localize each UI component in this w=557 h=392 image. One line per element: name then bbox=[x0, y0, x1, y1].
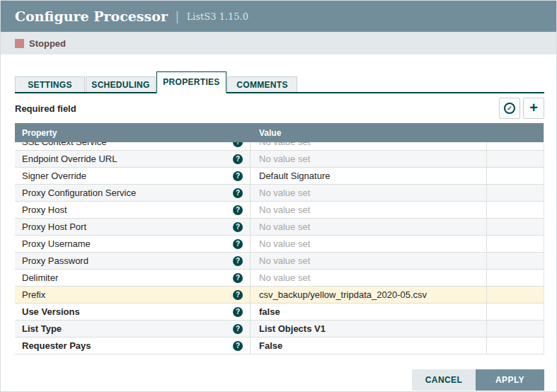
row-actions-area bbox=[487, 321, 544, 337]
help-icon[interactable]: ? bbox=[233, 307, 243, 317]
help-icon[interactable]: ? bbox=[233, 324, 243, 334]
property-row: Proxy Host ? No value set bbox=[15, 202, 544, 219]
property-name: Signer Override bbox=[22, 171, 86, 181]
help-icon[interactable]: ? bbox=[233, 273, 243, 283]
property-cell: List Type ? bbox=[15, 321, 250, 337]
value-cell[interactable]: No value set bbox=[250, 142, 487, 150]
row-actions-area bbox=[487, 219, 544, 235]
row-actions-area bbox=[487, 253, 544, 269]
value-cell[interactable]: No value set bbox=[250, 219, 487, 235]
property-cell: Prefix ? bbox=[15, 287, 250, 303]
property-row: Proxy Password ? No value set bbox=[15, 253, 544, 270]
help-icon[interactable]: ? bbox=[233, 188, 243, 198]
property-cell: SSL Context Service ? bbox=[15, 142, 250, 150]
row-actions-area bbox=[487, 287, 544, 303]
tab-label: SCHEDULING bbox=[91, 80, 149, 90]
property-row: Proxy Username ? No value set bbox=[15, 236, 544, 253]
toolbar-buttons: ✓ + bbox=[499, 98, 544, 119]
property-value: List Objects V1 bbox=[259, 323, 326, 334]
value-cell[interactable]: No value set bbox=[250, 151, 487, 167]
column-header-value: Value bbox=[250, 128, 487, 138]
column-header-property: Property bbox=[15, 128, 250, 138]
property-value: Default Signature bbox=[259, 171, 330, 181]
row-actions-area bbox=[487, 185, 544, 201]
property-row: List Type ? List Objects V1 bbox=[15, 321, 544, 338]
property-value: No value set bbox=[259, 188, 310, 198]
tab-comments[interactable]: COMMENTS bbox=[227, 76, 297, 92]
property-value: No value set bbox=[259, 154, 310, 164]
property-cell: Proxy Configuration Service ? bbox=[15, 185, 250, 201]
property-name: Proxy Configuration Service bbox=[22, 188, 136, 198]
help-icon[interactable]: ? bbox=[233, 142, 243, 147]
cancel-button[interactable]: CANCEL bbox=[412, 369, 476, 391]
value-cell[interactable]: Default Signature bbox=[250, 168, 487, 184]
property-row: Requester Pays ? False bbox=[15, 338, 544, 354]
row-actions-area bbox=[487, 304, 544, 320]
property-name: Proxy Host bbox=[22, 204, 67, 215]
property-name: Requester Pays bbox=[22, 340, 91, 351]
title-separator: | bbox=[176, 9, 179, 24]
property-value: No value set bbox=[259, 272, 310, 283]
table-body: Endpoint Override URL ? No value set Sig… bbox=[15, 151, 544, 354]
table-toolbar: Required field ✓ + bbox=[15, 93, 544, 123]
tab-properties[interactable]: PROPERTIES bbox=[156, 71, 226, 93]
value-cell[interactable]: false bbox=[250, 304, 487, 320]
property-row: Proxy Configuration Service ? No value s… bbox=[15, 185, 544, 202]
value-cell[interactable]: No value set bbox=[250, 236, 487, 252]
value-cell[interactable]: csv_backup/yellow_tripdata_2020-05.csv bbox=[250, 287, 487, 303]
property-cell: Endpoint Override URL ? bbox=[15, 151, 250, 167]
apply-button[interactable]: APPLY bbox=[476, 369, 544, 391]
status-label: Stopped bbox=[29, 38, 66, 49]
dialog-title: Configure Processor bbox=[15, 8, 168, 24]
stopped-icon bbox=[15, 39, 24, 48]
property-name: SSL Context Service bbox=[22, 142, 106, 147]
row-actions-area bbox=[487, 270, 544, 286]
row-actions-area bbox=[487, 236, 544, 252]
property-cell: Proxy Host Port ? bbox=[15, 219, 250, 235]
tab-bar: SETTINGSSCHEDULINGPROPERTIESCOMMENTS bbox=[15, 71, 544, 93]
help-icon[interactable]: ? bbox=[233, 222, 243, 232]
processor-name-version: ListS3 1.15.0 bbox=[187, 11, 248, 22]
tab-label: COMMENTS bbox=[236, 80, 287, 90]
property-name: Use Versions bbox=[22, 306, 80, 317]
value-cell[interactable]: False bbox=[250, 338, 487, 354]
property-name: Endpoint Override URL bbox=[22, 154, 117, 164]
property-cell: Proxy Username ? bbox=[15, 236, 250, 252]
row-actions-area bbox=[487, 338, 544, 354]
tab-scheduling[interactable]: SCHEDULING bbox=[86, 76, 156, 92]
property-row: Endpoint Override URL ? No value set bbox=[15, 151, 544, 168]
row-actions-area bbox=[487, 151, 544, 167]
tab-settings[interactable]: SETTINGS bbox=[15, 76, 85, 92]
help-icon[interactable]: ? bbox=[233, 205, 243, 215]
property-name: List Type bbox=[22, 323, 62, 334]
help-icon[interactable]: ? bbox=[233, 341, 243, 351]
property-value: No value set bbox=[259, 204, 310, 215]
value-cell[interactable]: List Objects V1 bbox=[250, 321, 487, 337]
add-property-button[interactable]: + bbox=[523, 98, 544, 119]
property-row: Delimiter ? No value set bbox=[15, 270, 544, 287]
value-cell[interactable]: No value set bbox=[250, 185, 487, 201]
property-cell: Signer Override ? bbox=[15, 168, 250, 184]
row-actions-area bbox=[487, 168, 544, 184]
property-value: False bbox=[259, 340, 282, 351]
property-row: Use Versions ? false bbox=[15, 304, 544, 321]
property-cell: Proxy Host ? bbox=[15, 202, 250, 218]
configure-processor-dialog: Configure Processor | ListS3 1.15.0 Stop… bbox=[1, 1, 556, 391]
property-name: Prefix bbox=[22, 289, 45, 300]
tab-label: PROPERTIES bbox=[163, 77, 219, 87]
required-field-label: Required field bbox=[15, 103, 76, 114]
help-icon[interactable]: ? bbox=[233, 171, 243, 181]
property-row: Prefix ? csv_backup/yellow_tripdata_2020… bbox=[15, 287, 544, 304]
value-cell[interactable]: No value set bbox=[250, 202, 487, 218]
dialog-header: Configure Processor | ListS3 1.15.0 bbox=[1, 1, 556, 32]
help-icon[interactable]: ? bbox=[233, 256, 243, 266]
value-cell[interactable]: No value set bbox=[250, 253, 487, 269]
value-cell[interactable]: No value set bbox=[250, 270, 487, 286]
help-icon[interactable]: ? bbox=[233, 290, 243, 300]
help-icon[interactable]: ? bbox=[233, 154, 243, 164]
verify-properties-button[interactable]: ✓ bbox=[499, 98, 520, 119]
property-cell: Requester Pays ? bbox=[15, 338, 250, 354]
property-value: No value set bbox=[259, 255, 310, 266]
property-value: false bbox=[259, 306, 280, 317]
help-icon[interactable]: ? bbox=[233, 239, 243, 249]
